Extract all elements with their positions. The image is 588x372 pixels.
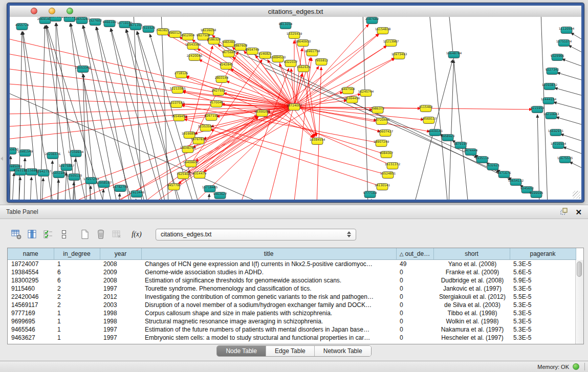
network-graph[interactable]: 4955724206914068637304204371411065326715… [10, 17, 581, 200]
tab-network-table[interactable]: Network Table [314, 346, 371, 356]
graph-node[interactable]: 2718126 [175, 71, 188, 78]
graph-edge[interactable] [10, 53, 294, 107]
graph-node[interactable]: 16151372 [385, 162, 401, 169]
graph-node[interactable]: 22420046 [187, 54, 203, 61]
graph-node[interactable]: 8267150 [205, 114, 219, 121]
graph-node[interactable]: 9227342 [546, 68, 559, 75]
graph-node[interactable]: 2803144 [215, 76, 229, 83]
table-row[interactable]: 1872400712008Changes of HCN gene express… [8, 259, 576, 268]
graph-node[interactable]: 16210643 [543, 112, 559, 119]
graph-edge[interactable] [563, 147, 581, 154]
graph-node[interactable]: 8637304 [49, 17, 63, 21]
graph-edge[interactable] [135, 199, 136, 200]
table-settings-icon[interactable] [10, 228, 23, 241]
graph-node[interactable]: 10607427 [378, 129, 394, 137]
graph-node[interactable]: 9699695 [530, 191, 543, 198]
graph-node[interactable]: 10653267 [74, 17, 90, 24]
column-header[interactable]: pagerank [510, 248, 576, 259]
tab-node-table[interactable]: Node Table [217, 346, 266, 356]
graph-node[interactable]: 7463822 [156, 28, 170, 35]
graph-node[interactable]: 17016504 [551, 142, 567, 149]
graph-edge[interactable] [571, 33, 581, 40]
graph-node[interactable]: 10654112 [508, 179, 524, 186]
graph-node[interactable]: 16549455 [171, 114, 187, 121]
graph-edge[interactable] [208, 194, 209, 200]
graph-node[interactable]: 20206576 [45, 152, 61, 159]
graph-node[interactable]: 16543382 [185, 42, 201, 50]
graph-node[interactable]: 8471676 [497, 171, 511, 178]
float-panel-icon[interactable] [560, 208, 568, 216]
panel-collapse-arrow[interactable] [1, 157, 3, 161]
table-row[interactable]: 969969511998Structural magnetic resonanc… [8, 317, 576, 325]
graph-node[interactable]: 10958167 [96, 181, 112, 188]
table-row[interactable]: 911546021997Tourette syndrome. Phenomeno… [8, 285, 576, 293]
graph-node[interactable]: 15718485 [202, 185, 218, 192]
column-header[interactable]: short [433, 248, 510, 259]
graph-edge[interactable] [96, 27, 130, 200]
graph-node[interactable]: 13325419 [287, 32, 302, 39]
table-row[interactable]: 946554611997Estimation of the future num… [8, 325, 576, 334]
graph-node[interactable]: 9675685 [222, 50, 236, 57]
graph-node[interactable]: 15451940 [51, 171, 67, 178]
graph-node[interactable]: 15751074 [556, 39, 572, 47]
table-selector-dropdown[interactable]: citations_edges.txt [156, 229, 356, 240]
graph-node[interactable]: 9084067 [380, 151, 394, 158]
graph-edge[interactable] [556, 117, 581, 125]
graph-edge[interactable] [83, 26, 133, 200]
graph-node[interactable]: 18767832 [191, 137, 207, 144]
column-header[interactable]: in_degree [54, 248, 100, 259]
graph-edge[interactable] [240, 68, 289, 200]
graph-edge[interactable] [537, 115, 539, 200]
graph-edge[interactable] [24, 158, 25, 200]
graph-node[interactable]: 9457791 [167, 183, 181, 190]
graph-node[interactable]: 12505135 [67, 173, 82, 181]
graph-edge[interactable] [42, 178, 43, 200]
column-header[interactable]: △out_de… [396, 248, 433, 259]
graph-node[interactable]: 14130141 [375, 183, 390, 190]
graph-edge[interactable] [184, 119, 388, 175]
scrollbar-thumb[interactable] [577, 261, 582, 277]
graph-node[interactable]: 15981549 [17, 149, 33, 157]
new-table-icon[interactable] [79, 228, 91, 241]
table-row[interactable]: 946362711997Embryonic stem cells: a mode… [8, 334, 576, 342]
unselect-rows-icon[interactable] [58, 228, 70, 241]
maximize-window-icon[interactable] [67, 8, 73, 14]
column-header[interactable]: title [141, 248, 396, 259]
graph-node[interactable]: 4671355 [129, 23, 143, 30]
graph-node[interactable]: 8427552 [212, 89, 226, 96]
graph-node[interactable]: 10973493 [391, 52, 407, 59]
graph-node[interactable]: 17359934 [68, 150, 84, 157]
graph-node[interactable]: 16961758 [304, 49, 320, 56]
graph-edge[interactable] [554, 102, 581, 110]
graph-node[interactable]: 18300295 [254, 110, 270, 117]
close-panel-icon[interactable]: ✕ [575, 208, 582, 216]
graph-node[interactable]: 2087682 [365, 17, 379, 24]
table-row[interactable]: 1830029562008Estimation of significance … [8, 276, 576, 285]
graph-node[interactable]: 9314479 [193, 171, 207, 179]
graph-node[interactable]: 14569117 [421, 117, 437, 124]
graph-node[interactable]: 15524851 [380, 171, 396, 179]
graph-node[interactable]: 9242845 [220, 62, 233, 70]
graph-edge[interactable] [570, 162, 581, 168]
graph-node[interactable]: 19046768 [180, 146, 196, 153]
graph-node[interactable]: 18640910 [295, 39, 311, 47]
graph-node[interactable]: 20053346 [75, 65, 91, 73]
graph-node[interactable]: 8813054 [279, 22, 293, 29]
graph-edge[interactable] [107, 107, 294, 200]
graph-edge[interactable] [294, 100, 347, 107]
graph-edge[interactable] [569, 46, 581, 53]
graph-edge[interactable] [102, 189, 103, 200]
graph-node[interactable]: 15720444 [374, 118, 390, 125]
graph-node[interactable]: 6497568 [341, 87, 355, 94]
graph-node[interactable]: 16648784 [446, 51, 462, 58]
graph-node[interactable]: 10975887 [59, 164, 75, 171]
graph-node[interactable]: 7515526 [142, 26, 156, 33]
minimize-window-icon[interactable] [49, 8, 55, 14]
graph-node[interactable]: 11120594 [559, 27, 575, 34]
graph-node[interactable]: 8186328 [207, 37, 221, 45]
graph-node[interactable]: 2935114 [475, 156, 489, 163]
graph-node[interactable]: 7955812 [315, 58, 329, 65]
graph-node[interactable]: 16782759 [113, 185, 128, 192]
graph-node[interactable]: 12444154 [541, 97, 557, 104]
graph-node[interactable]: 11675535 [557, 156, 573, 163]
